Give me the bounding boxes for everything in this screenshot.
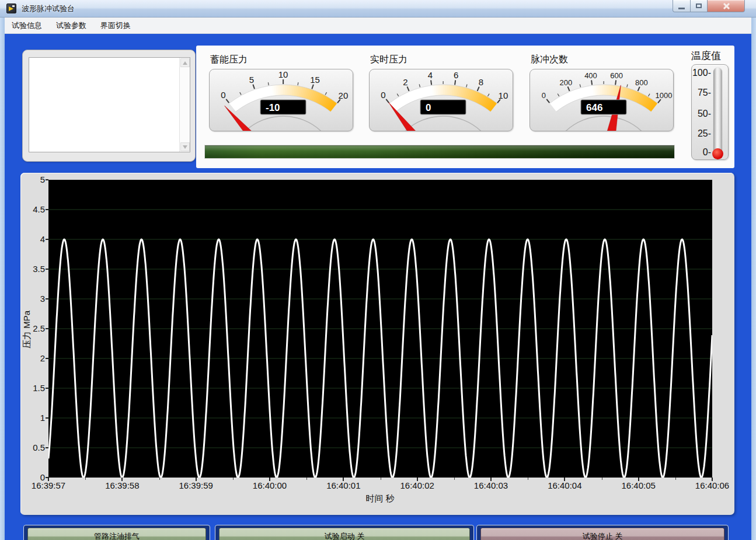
title-bar[interactable]: 波形脉冲试验台 [0,0,756,18]
footer-panel-1: 管路注油排气 [23,525,210,540]
gauge-label: 脉冲次数 [531,54,674,69]
app-icon [6,4,16,13]
log-scrollbar[interactable] [179,58,190,152]
pipe-oil-vent-button[interactable]: 管路注油排气 [27,528,206,540]
x-tick-mark [196,478,197,481]
y-tick-label: 3.5 [20,264,45,274]
test-stop-button[interactable]: 试验停止 关 [480,528,724,540]
scroll-up-button[interactable] [180,58,190,67]
x-tick-mark [121,478,123,481]
x-minor-tick-mark [306,478,307,480]
maximize-icon [696,4,702,8]
gauge-major-tick [478,87,479,91]
arrow-down-icon [183,145,187,149]
gauge-minor-tick [325,92,326,95]
y-tick-mark [46,239,48,240]
gauge-major-tick [568,86,570,90]
gauge-pulse-count: 脉冲次数 02004006008001000646 [529,54,674,131]
window-frame-left [0,18,5,540]
gauge-major-tick [312,85,313,89]
x-tick-label: 16:40:01 [317,480,370,490]
x-tick-mark [490,478,492,481]
x-tick-mark [48,478,49,481]
menu-item-ui-switch[interactable]: 界面切换 [93,18,138,33]
x-tick-mark [417,478,418,481]
gauge-minor-tick [240,92,241,95]
thermometer-tick-label: 75- [692,88,711,98]
gauge-hub-arc [548,116,659,131]
gauge-tick-label: 400 [584,71,597,80]
y-tick-mark [46,298,48,299]
waveform-plot [48,180,712,478]
y-tick-label: 4.5 [20,204,45,214]
x-minor-tick-mark [454,478,455,480]
gauge-tick-label: 4 [428,70,433,80]
x-tick-label: 16:40:03 [465,480,517,490]
gauge-tick-label: 200 [560,78,573,87]
pulse-count-dial: 02004006008001000646 [530,69,674,131]
scroll-down-button[interactable] [180,142,190,151]
gauge-major-tick [591,80,592,85]
gauge-major-tick [253,85,255,89]
gauge-major-tick [638,87,640,91]
x-tick-label: 16:39:57 [22,480,75,490]
y-tick-mark [46,328,48,329]
y-tick-label: 4 [20,234,45,244]
gauge-minor-tick [648,94,650,96]
gauge-minor-tick [419,84,420,87]
thermometer-tick-label: 0- [692,147,711,158]
minimize-icon [678,8,685,9]
gauge-realtime-pressure: 实时压力 02468100 [369,54,513,131]
gauge-tick-label: 5 [249,75,254,85]
gauge-major-tick [455,80,455,85]
minimize-button[interactable] [673,0,691,12]
y-tick-label: 1.5 [20,383,45,393]
x-tick-mark [269,478,270,481]
window-controls [673,0,745,12]
menu-item-test-params[interactable]: 试验参数 [49,18,93,33]
x-tick-label: 16:40:00 [243,480,296,490]
gauge-tick-label: 0 [542,91,546,100]
gauge-tick-label: 0 [381,90,385,100]
waveform-chart-panel: 压力 MPa 时间 秒 54.543.532.521.510.5016:39:5… [20,173,734,515]
gauge-tick-label: 6 [454,70,458,80]
thermometer-tube [713,68,722,156]
accumulator-pressure-dial: 05101520-10 [210,69,353,131]
log-textbox[interactable] [29,57,190,152]
y-tick-label: 2.5 [20,323,45,333]
test-start-button[interactable]: 试验启动 关 [219,528,470,540]
gauge-tick-label: 10 [278,69,288,79]
gauge-label: 实时压力 [370,54,513,69]
plot-area [48,180,712,478]
gauge-major-tick [431,80,431,85]
x-minor-tick-mark [85,478,86,480]
gauge-label: 蓄能压力 [210,54,353,69]
gauge-minor-tick [298,82,298,85]
y-tick-mark [46,388,48,389]
gauge-minor-tick [487,94,489,96]
arrow-up-icon [183,61,187,65]
gauge-band-segment [332,106,334,107]
x-tick-label: 16:39:58 [96,480,148,490]
close-button[interactable] [708,0,745,12]
gauge-face: 02004006008001000646 [529,69,674,131]
gauge-tick-label: 2 [403,77,407,87]
status-progress-bar [204,145,675,159]
thermometer-tick-label: 50- [692,109,711,119]
gauge-tick-label: 8 [479,77,483,87]
window-frame-right [751,18,756,540]
gauge-face: 02468100 [369,69,513,131]
y-tick-label: 2 [20,353,45,363]
realtime-pressure-dial: 02468100 [370,69,513,131]
x-tick-label: 16:40:06 [686,480,738,490]
maximize-button[interactable] [691,0,708,12]
gauge-band-segment [653,106,654,107]
x-tick-mark [638,478,639,481]
x-tick-label: 16:39:59 [170,480,222,490]
thermometer: 100-75-50-25-0- [691,64,729,160]
gauge-digital-value: 646 [586,102,602,113]
x-tick-mark [343,478,344,481]
thermometer-bulb [712,148,723,159]
gauge-major-tick [407,86,409,90]
menu-item-test-info[interactable]: 试验信息 [5,18,49,33]
